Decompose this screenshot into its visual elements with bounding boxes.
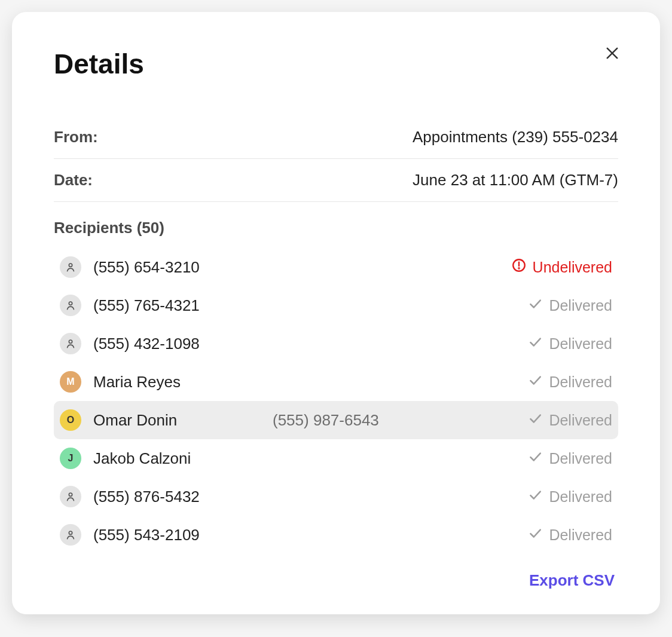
recipient-row[interactable]: JJakob CalzoniDelivered: [54, 439, 618, 477]
svg-point-9: [69, 531, 72, 534]
recipient-name: (555) 654-3210: [93, 258, 273, 277]
status-badge: Delivered: [527, 296, 612, 315]
status-label: Delivered: [549, 526, 612, 544]
svg-point-2: [69, 264, 72, 267]
svg-point-6: [69, 302, 72, 305]
check-icon: [527, 372, 543, 391]
svg-point-8: [69, 493, 72, 496]
status-label: Delivered: [549, 450, 612, 467]
status-label: Delivered: [549, 335, 612, 353]
recipient-row[interactable]: (555) 432-1098Delivered: [54, 324, 618, 363]
check-icon: [527, 411, 543, 430]
status-label: Delivered: [549, 488, 612, 506]
svg-point-5: [518, 268, 519, 268]
status-badge: Delivered: [527, 525, 612, 544]
recipient-name: (555) 765-4321: [93, 296, 273, 315]
status-label: Delivered: [549, 297, 612, 314]
avatar-initial: M: [60, 371, 81, 393]
status-badge: Delivered: [527, 487, 612, 506]
check-icon: [527, 334, 543, 353]
person-icon: [60, 486, 81, 507]
recipient-row[interactable]: (555) 765-4321Delivered: [54, 286, 618, 324]
status-badge: Delivered: [527, 334, 612, 353]
recipient-name: Jakob Calzoni: [93, 449, 273, 468]
avatar-initial: J: [60, 448, 81, 469]
person-icon: [60, 295, 81, 316]
details-modal: Details From: Appointments (239) 555-023…: [12, 12, 660, 614]
from-value: Appointments (239) 555-0234: [413, 128, 618, 146]
person-icon: [60, 333, 81, 354]
check-icon: [527, 296, 543, 315]
recipient-name: (555) 876-5432: [93, 488, 273, 506]
status-label: Undelivered: [533, 259, 612, 276]
recipient-row[interactable]: (555) 543-2109Delivered: [54, 516, 618, 553]
date-row: Date: June 23 at 11:00 AM (GTM-7): [54, 159, 618, 202]
date-value: June 23 at 11:00 AM (GTM-7): [413, 171, 618, 189]
from-label: From:: [54, 128, 98, 146]
check-icon: [527, 487, 543, 506]
recipient-row[interactable]: (555) 876-5432Delivered: [54, 477, 618, 516]
close-icon: [604, 45, 621, 63]
modal-footer: Export CSV: [54, 553, 618, 590]
status-badge: Delivered: [527, 449, 612, 468]
svg-point-7: [69, 340, 72, 343]
person-icon: [60, 524, 81, 546]
recipients-list: (555) 654-3210Undelivered(555) 765-4321D…: [54, 248, 618, 553]
avatar-initial: O: [60, 409, 81, 431]
page-title: Details: [54, 48, 618, 80]
recipient-row[interactable]: MMaria ReyesDelivered: [54, 363, 618, 401]
recipients-header: Recipients (50): [54, 202, 618, 248]
recipient-name: Maria Reyes: [93, 373, 273, 391]
status-badge: Delivered: [527, 411, 612, 430]
date-label: Date:: [54, 171, 93, 189]
recipient-phone: (555) 987-6543: [273, 411, 527, 430]
status-badge: Undelivered: [511, 258, 612, 277]
check-icon: [527, 449, 543, 468]
status-badge: Delivered: [527, 372, 612, 391]
recipient-name: Omar Donin: [93, 411, 273, 430]
recipient-name: (555) 543-2109: [93, 526, 273, 544]
status-label: Delivered: [549, 412, 612, 429]
recipient-row[interactable]: (555) 654-3210Undelivered: [54, 248, 618, 286]
alert-circle-icon: [511, 258, 527, 277]
status-label: Delivered: [549, 373, 612, 391]
export-csv-button[interactable]: Export CSV: [526, 571, 618, 590]
recipient-name: (555) 432-1098: [93, 335, 273, 353]
person-icon: [60, 256, 81, 278]
close-button[interactable]: [600, 42, 624, 66]
recipient-row[interactable]: OOmar Donin(555) 987-6543Delivered: [54, 401, 618, 439]
recipients-list-inner: (555) 654-3210Undelivered(555) 765-4321D…: [54, 248, 618, 553]
from-row: From: Appointments (239) 555-0234: [54, 116, 618, 159]
check-icon: [527, 525, 543, 544]
